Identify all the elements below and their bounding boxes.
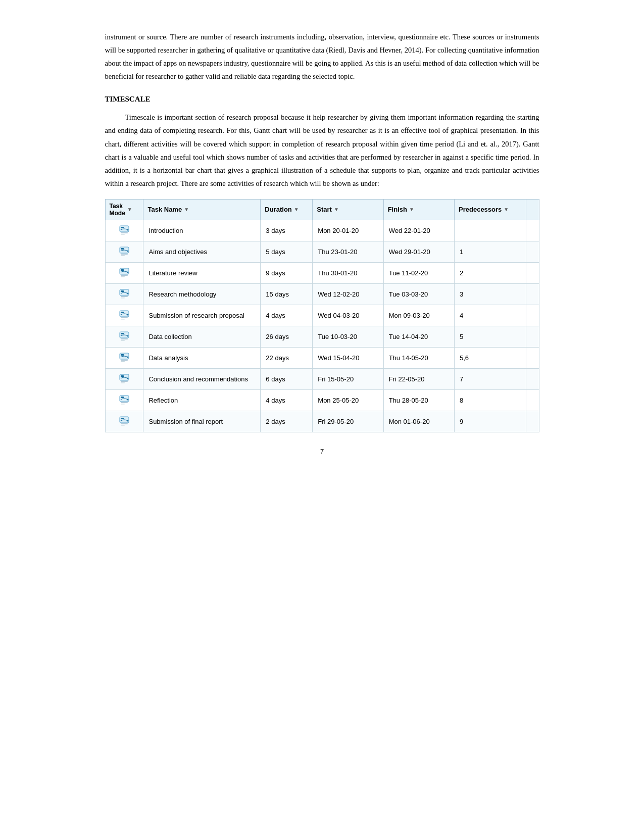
th-finish-sort-icon[interactable]: ▼: [409, 207, 414, 212]
table-row: Aims and objectives5 daysThu 23-01-20Wed…: [105, 241, 539, 262]
svg-point-17: [127, 292, 128, 294]
svg-rect-41: [121, 397, 124, 398]
task-mode-icon: [119, 224, 130, 235]
svg-point-42: [127, 399, 128, 400]
table-row: Data analysis22 daysWed 15-04-20Thu 14-0…: [105, 347, 539, 368]
page-number: 7: [105, 448, 539, 455]
svg-point-27: [127, 335, 128, 336]
svg-point-37: [127, 377, 128, 379]
svg-rect-13: [121, 275, 128, 276]
th-finish-label: Finish: [388, 206, 407, 213]
th-duration-sort-icon[interactable]: ▼: [294, 207, 299, 212]
svg-rect-48: [121, 423, 128, 424]
task-mode-icon: [119, 373, 130, 384]
td-extra: [526, 241, 539, 262]
table-row: Data collection26 daysTue 10-03-20Tue 14…: [105, 326, 539, 347]
svg-rect-36: [121, 375, 124, 377]
td-predecessors: 5: [455, 326, 526, 347]
task-mode-icon: [119, 415, 130, 426]
table-row: Conclusion and recommendations6 daysFri …: [105, 368, 539, 389]
td-predecessors: 2: [455, 262, 526, 283]
svg-point-32: [127, 356, 128, 358]
th-task-mode-sort-icon[interactable]: ▼: [127, 207, 132, 212]
th-predecessors-label: Predecessors: [459, 206, 502, 213]
td-predecessors: 4: [455, 305, 526, 326]
svg-rect-34: [121, 361, 125, 362]
paragraph-1: instrument or source. There are number o…: [105, 30, 539, 83]
th-duration-label: Duration: [265, 206, 291, 213]
td-finish: Tue 03-03-20: [383, 283, 454, 305]
th-extra: [526, 199, 539, 220]
page-container: instrument or source. There are number o…: [105, 0, 539, 496]
svg-rect-46: [121, 418, 124, 419]
td-predecessors: 3: [455, 283, 526, 305]
td-task-mode: [105, 262, 143, 283]
td-predecessors: 7: [455, 368, 526, 389]
td-start: Fri 29-05-20: [313, 411, 383, 432]
table-header-row: Task Mode ▼ Task Name ▼ Duration ▼: [105, 199, 539, 220]
td-task-mode: [105, 347, 143, 368]
td-start: Mon 20-01-20: [313, 220, 383, 241]
td-task-mode: [105, 305, 143, 326]
svg-rect-4: [121, 234, 125, 235]
td-finish: Tue 14-04-20: [383, 326, 454, 347]
th-predecessors-sort-icon[interactable]: ▼: [504, 207, 509, 212]
td-duration: 22 days: [261, 347, 313, 368]
th-finish[interactable]: Finish ▼: [383, 199, 454, 220]
td-duration: 3 days: [261, 220, 313, 241]
td-predecessors: 8: [455, 389, 526, 411]
th-start-label: Start: [317, 206, 332, 213]
th-task-name-sort-icon[interactable]: ▼: [184, 207, 189, 212]
gantt-table: Task Mode ▼ Task Name ▼ Duration ▼: [105, 199, 539, 432]
td-finish: Mon 01-06-20: [383, 411, 454, 432]
th-task-name[interactable]: Task Name ▼: [143, 199, 261, 220]
td-task-name: Introduction: [143, 220, 261, 241]
svg-rect-9: [121, 255, 125, 256]
td-task-name: Data collection: [143, 326, 261, 347]
td-task-mode: [105, 283, 143, 305]
td-extra: [526, 411, 539, 432]
th-task-mode[interactable]: Task Mode ▼: [105, 199, 143, 220]
svg-rect-49: [121, 425, 125, 426]
svg-rect-21: [121, 312, 124, 313]
th-start-sort-icon[interactable]: ▼: [334, 207, 339, 212]
td-task-name: Literature review: [143, 262, 261, 283]
th-task-name-label: Task Name: [147, 206, 182, 213]
td-extra: [526, 326, 539, 347]
svg-rect-1: [121, 227, 124, 228]
td-extra: [526, 283, 539, 305]
th-start[interactable]: Start ▼: [313, 199, 383, 220]
svg-rect-19: [121, 298, 125, 299]
td-extra: [526, 262, 539, 283]
task-mode-icon: [119, 309, 130, 320]
td-finish: Wed 22-01-20: [383, 220, 454, 241]
table-row: Literature review9 daysThu 30-01-20Tue 1…: [105, 262, 539, 283]
td-duration: 4 days: [261, 389, 313, 411]
td-predecessors: 9: [455, 411, 526, 432]
td-task-name: Data analysis: [143, 347, 261, 368]
td-duration: 5 days: [261, 241, 313, 262]
svg-rect-28: [121, 338, 128, 339]
task-mode-icon: [119, 288, 130, 299]
svg-rect-29: [121, 340, 125, 341]
td-task-name: Research methodology: [143, 283, 261, 305]
svg-rect-8: [121, 254, 128, 255]
svg-point-7: [127, 250, 128, 252]
table-row: Reflection4 daysMon 25-05-20Thu 28-05-20…: [105, 389, 539, 411]
th-predecessors[interactable]: Predecessors ▼: [455, 199, 526, 220]
th-duration[interactable]: Duration ▼: [261, 199, 313, 220]
td-start: Mon 25-05-20: [313, 389, 383, 411]
svg-rect-26: [121, 333, 124, 334]
td-start: Fri 15-05-20: [313, 368, 383, 389]
td-task-name: Reflection: [143, 389, 261, 411]
td-finish: Thu 14-05-20: [383, 347, 454, 368]
table-row: Introduction3 daysMon 20-01-20Wed 22-01-…: [105, 220, 539, 241]
svg-point-2: [127, 229, 128, 230]
td-task-mode: [105, 326, 143, 347]
td-duration: 4 days: [261, 305, 313, 326]
svg-point-12: [127, 271, 128, 273]
table-row: Research methodology15 daysWed 12-02-20T…: [105, 283, 539, 305]
svg-rect-3: [121, 232, 128, 233]
task-mode-icon: [119, 330, 130, 341]
td-start: Wed 12-02-20: [313, 283, 383, 305]
